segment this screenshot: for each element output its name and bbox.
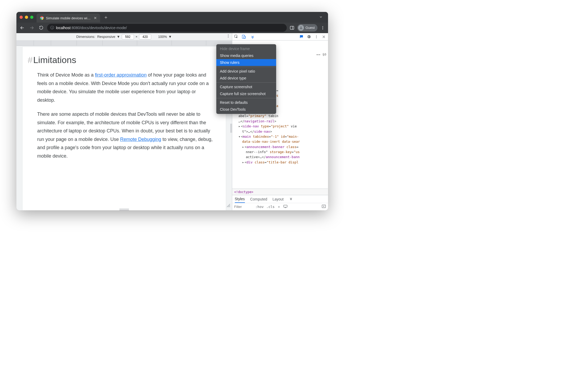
url-text: localhost:8080/docs/devtools/device-mode… — [56, 26, 127, 30]
reload-button[interactable] — [38, 24, 45, 32]
menu-item[interactable]: Show media queries — [216, 52, 276, 59]
times-label: × — [136, 35, 138, 39]
side-panel-button[interactable] — [289, 25, 295, 31]
close-window-button[interactable] — [20, 16, 23, 19]
feedback-icon[interactable] — [299, 34, 304, 39]
svg-line-16 — [230, 207, 230, 207]
toggle-device-classes-icon[interactable] — [283, 204, 288, 209]
traffic-lights — [20, 16, 33, 19]
ruler-horizontal — [16, 41, 232, 46]
svg-point-21 — [316, 35, 316, 36]
menu-item[interactable]: Reset to defaults — [216, 99, 276, 106]
styles-filter-input[interactable] — [234, 205, 253, 209]
resize-handle-right[interactable] — [230, 124, 232, 133]
svg-rect-26 — [284, 205, 287, 207]
dom-line[interactable]: data-side-nav-inert data-sear — [234, 139, 328, 144]
avatar-icon — [298, 25, 304, 31]
dom-line[interactable]: ▸<announcement-banner class= — [234, 144, 328, 149]
dom-line[interactable]: active>…</announcement-bann — [234, 154, 328, 159]
dom-line[interactable]: …</navigation-rail> — [234, 119, 328, 124]
paragraph-2: There are some aspects of mobile devices… — [37, 110, 215, 160]
device-toolbar-more-button[interactable] — [226, 34, 230, 39]
inspect-icon[interactable] — [234, 34, 239, 39]
svg-point-12 — [228, 36, 228, 36]
width-input[interactable] — [122, 34, 134, 39]
dom-line[interactable]: t">…</side-nav> — [234, 129, 328, 134]
devtools-toolbar — [232, 33, 328, 41]
dom-line[interactable]: nner--info" storage-key="us — [234, 149, 328, 154]
svg-point-10 — [322, 29, 323, 29]
window-titlebar: Simulate mobile devices with D ✕ ＋ — [16, 12, 328, 23]
dom-line[interactable]: ▾<main tabindex="-1" id="main- — [234, 134, 328, 139]
svg-point-8 — [322, 26, 323, 27]
tabs-dropdown-button[interactable] — [317, 15, 325, 20]
styles-filter-row: :hov .cls ＋ — [232, 203, 328, 210]
cls-toggle[interactable]: .cls — [266, 205, 275, 209]
paragraph-1: Think of Device Mode as a first-order ap… — [37, 71, 215, 104]
dimensions-label: Dimensions: — [76, 35, 95, 39]
chrome-menu-button[interactable] — [320, 25, 326, 31]
styles-tabs: Styles Computed Layout — [232, 195, 328, 203]
height-input[interactable] — [139, 34, 151, 39]
settings-icon[interactable] — [306, 34, 312, 39]
dom-line[interactable]: ▸<div class="title-bar displ — [234, 160, 328, 165]
new-tab-button[interactable]: ＋ — [102, 14, 110, 21]
chrome-icon — [40, 16, 44, 20]
svg-point-23 — [316, 37, 316, 38]
page-content: #Limitations Think of Device Mode as a f… — [23, 47, 226, 210]
zoom-dropdown[interactable]: 100% ▼ — [158, 35, 172, 39]
tab-title: Simulate mobile devices with D — [46, 16, 92, 20]
menu-item[interactable]: Add device pixel ratio — [216, 68, 276, 75]
svg-point-9 — [322, 27, 323, 28]
new-style-rule-button[interactable]: ＋ — [277, 204, 281, 209]
device-toolbar: Dimensions: Responsive ▼ × 100% ▼ — [16, 33, 232, 41]
devtools-close-button[interactable] — [321, 34, 326, 39]
close-tab-button[interactable]: ✕ — [94, 16, 97, 20]
dom-line[interactable]: ▸<side-nav type="project" vie — [234, 124, 328, 129]
menu-item[interactable]: Close DevTools — [216, 106, 276, 113]
dimensions-dropdown[interactable]: Dimensions: Responsive ▼ — [76, 35, 120, 39]
hov-toggle[interactable]: :hov — [255, 205, 264, 209]
device-mode-icon[interactable] — [241, 34, 246, 39]
devtools-kebab[interactable] — [314, 34, 319, 39]
link-remote-debugging[interactable]: Remote Debugging — [120, 137, 161, 142]
svg-rect-28 — [322, 205, 325, 208]
tab-layout[interactable]: Layout — [272, 197, 284, 201]
svg-rect-19 — [244, 36, 245, 38]
responsive-viewport: #Limitations Think of Device Mode as a f… — [16, 46, 232, 210]
styles-tabs-overflow[interactable] — [289, 197, 293, 202]
svg-point-13 — [228, 37, 228, 37]
site-info-icon[interactable]: ⓘ — [50, 25, 54, 30]
browser-tab[interactable]: Simulate mobile devices with D ✕ — [37, 14, 100, 23]
page-heading: #Limitations — [28, 55, 215, 65]
dom-breadcrumb[interactable]: <!doctype> — [232, 189, 328, 195]
maximize-window-button[interactable] — [30, 16, 33, 19]
menu-item: Hide device frame — [216, 45, 276, 52]
profile-label: Guest — [306, 26, 315, 30]
svg-point-22 — [316, 36, 316, 37]
devtools-tabs-overflow[interactable] — [250, 34, 255, 39]
minimize-window-button[interactable] — [25, 16, 28, 19]
svg-point-3 — [41, 17, 42, 18]
device-toolbar-context-menu[interactable]: Hide device frameShow media queriesShow … — [216, 44, 276, 114]
dom-line[interactable]: abel="primary" tabin — [234, 113, 328, 118]
resize-handle-bottom[interactable] — [119, 209, 129, 210]
menu-item[interactable]: Add device type — [216, 75, 276, 82]
tab-styles[interactable]: Styles — [235, 195, 245, 203]
toggle-sidebar-button[interactable] — [322, 204, 326, 209]
forward-button[interactable] — [28, 24, 35, 32]
svg-point-11 — [228, 34, 228, 35]
toolbar: ⓘ localhost:8080/docs/devtools/device-mo… — [16, 23, 328, 33]
tab-computed[interactable]: Computed — [250, 197, 267, 201]
menu-item[interactable]: Capture full size screenshot — [216, 90, 276, 97]
svg-rect-6 — [290, 26, 294, 29]
link-first-order[interactable]: first-order approximation — [95, 72, 147, 78]
menu-item[interactable]: Capture screenshot — [216, 83, 276, 90]
resize-corner-icon[interactable] — [226, 203, 230, 209]
back-button[interactable] — [19, 24, 26, 32]
menu-item[interactable]: Show rulers — [216, 59, 276, 66]
profile-button[interactable]: Guest — [297, 24, 317, 32]
address-bar[interactable]: ⓘ localhost:8080/docs/devtools/device-mo… — [47, 24, 287, 32]
